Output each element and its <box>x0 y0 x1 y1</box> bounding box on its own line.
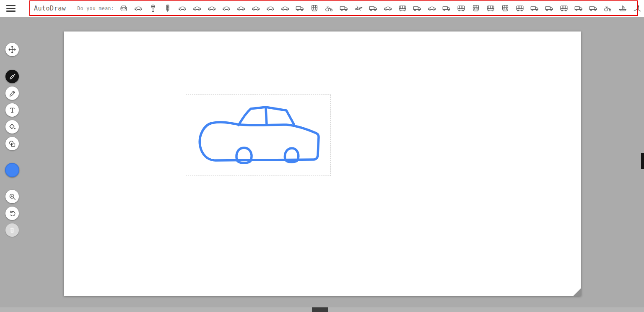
suggestion-coupe[interactable] <box>266 4 275 13</box>
suggestion-minibus[interactable] <box>486 4 495 13</box>
suggestion-bus[interactable] <box>398 4 407 13</box>
suggestion-sports-car[interactable] <box>207 4 216 13</box>
van-icon <box>530 4 539 13</box>
suggestion-sedan[interactable] <box>236 4 246 13</box>
double-decker-bus-icon <box>559 4 569 13</box>
taxi-icon <box>251 4 260 13</box>
shape-tool[interactable] <box>5 137 19 150</box>
suggestion-freight-truck[interactable] <box>339 4 348 13</box>
compact-car-icon <box>222 4 231 13</box>
suggestion-cable-car[interactable] <box>310 4 319 13</box>
autodraw-tool[interactable] <box>5 70 19 83</box>
car-window-divider-stroke <box>266 108 267 125</box>
car-sketch <box>64 31 581 296</box>
suggestion-school-bus[interactable] <box>457 4 466 13</box>
sedan-icon <box>236 4 246 13</box>
bus-icon <box>398 4 407 13</box>
truck-icon <box>295 4 304 13</box>
color-picker[interactable] <box>5 163 19 177</box>
suggestion-trolleybus[interactable] <box>515 4 525 13</box>
top-bar: AutoDraw Do you mean: <box>0 0 644 17</box>
select-tool[interactable] <box>5 43 19 56</box>
train-icon <box>471 4 480 13</box>
convertible-icon <box>134 4 143 13</box>
suggestion-camper-van[interactable] <box>574 4 583 13</box>
suggestion-parking-meter[interactable] <box>148 4 158 13</box>
trash-icon <box>8 226 16 234</box>
horizontal-scrollbar-handle[interactable] <box>312 307 328 312</box>
parking-meter-icon <box>148 4 158 13</box>
horizontal-scrollbar[interactable] <box>0 307 644 312</box>
delete-button[interactable] <box>5 223 19 237</box>
suggestion-van[interactable] <box>530 4 539 13</box>
canoe-icon <box>633 4 642 13</box>
paint-bucket-icon <box>8 123 16 131</box>
suggestion-delivery-truck[interactable] <box>413 4 422 13</box>
app-title: AutoDraw <box>34 5 66 12</box>
move-icon <box>8 45 16 54</box>
magnifier-icon <box>8 193 16 201</box>
suggestion-taxi[interactable] <box>251 4 260 13</box>
suggestion-double-decker-bus[interactable] <box>559 4 569 13</box>
tram-icon <box>501 4 510 13</box>
freight-truck-icon <box>339 4 348 13</box>
pickup-truck-icon <box>383 4 392 13</box>
tow-truck-icon <box>369 4 378 13</box>
sports-car-icon <box>207 4 216 13</box>
suggestion-speedboat[interactable] <box>618 4 627 13</box>
pencil-icon <box>8 89 16 97</box>
suggestion-station-wagon[interactable] <box>280 4 290 13</box>
seaplane-icon <box>354 4 363 13</box>
suggestion-train[interactable] <box>471 4 480 13</box>
police-car-icon <box>119 4 128 13</box>
suggestion-suv[interactable] <box>427 4 436 13</box>
minibus-icon <box>486 4 495 13</box>
trolleybus-icon <box>515 4 525 13</box>
menu-icon <box>6 5 16 6</box>
suggestion-bulldozer[interactable] <box>603 4 613 13</box>
suggestion-police-car[interactable] <box>119 4 128 13</box>
suv-icon <box>427 4 436 13</box>
vertical-scrollbar-handle[interactable] <box>641 153 644 169</box>
suggestion-race-car[interactable] <box>192 4 202 13</box>
suggestion-compact-car[interactable] <box>222 4 231 13</box>
do-you-mean-label: Do you mean: <box>77 5 114 11</box>
text-tool[interactable] <box>5 103 19 117</box>
fill-tool[interactable] <box>5 120 19 134</box>
suggestion-convertible[interactable] <box>134 4 143 13</box>
station-wagon-icon <box>280 4 290 13</box>
drawing-canvas[interactable] <box>64 31 581 296</box>
undo-button[interactable] <box>5 207 19 220</box>
jeep-icon <box>178 4 187 13</box>
ambulance-icon <box>545 4 554 13</box>
suggestion-fire-truck[interactable] <box>442 4 451 13</box>
canvas-resize-handle[interactable] <box>573 288 581 296</box>
suggestion-tractor[interactable] <box>325 4 334 13</box>
bulldozer-icon <box>603 4 613 13</box>
tractor-icon <box>325 4 334 13</box>
suggestion-ambulance[interactable] <box>545 4 554 13</box>
suggestion-moving-truck[interactable] <box>589 4 598 13</box>
magic-pencil-icon <box>8 73 16 81</box>
text-icon <box>8 106 16 114</box>
school-bus-icon <box>457 4 466 13</box>
suggestion-list <box>119 0 644 17</box>
suggestion-pickup-truck[interactable] <box>383 4 392 13</box>
suggestion-traffic-light[interactable] <box>163 4 172 13</box>
speedboat-icon <box>618 4 627 13</box>
draw-tool[interactable] <box>5 87 19 100</box>
suggestion-canoe[interactable] <box>633 4 642 13</box>
menu-button[interactable] <box>6 3 17 14</box>
cable-car-icon <box>310 4 319 13</box>
fire-truck-icon <box>442 4 451 13</box>
suggestion-tow-truck[interactable] <box>369 4 378 13</box>
car-body-stroke <box>200 122 319 160</box>
suggestion-jeep[interactable] <box>178 4 187 13</box>
zoom-tool[interactable] <box>5 190 19 203</box>
coupe-icon <box>266 4 275 13</box>
shapes-icon <box>8 140 16 148</box>
undo-icon <box>8 210 16 218</box>
suggestion-seaplane[interactable] <box>354 4 363 13</box>
suggestion-truck[interactable] <box>295 4 304 13</box>
suggestion-tram[interactable] <box>501 4 510 13</box>
